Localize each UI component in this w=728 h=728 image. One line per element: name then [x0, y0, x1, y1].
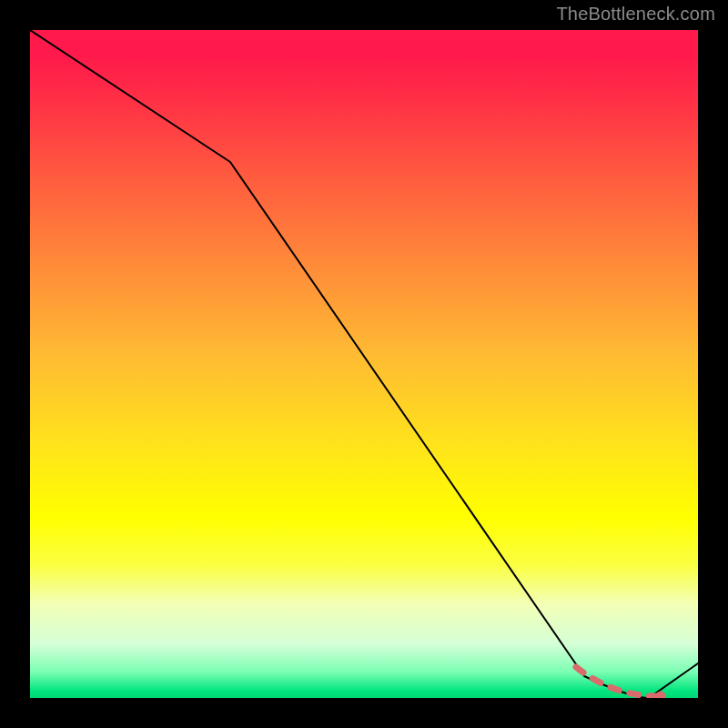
watermark-text: TheBottleneck.com	[556, 4, 715, 25]
chart-stage: TheBottleneck.com	[0, 0, 728, 728]
chart-svg	[30, 30, 698, 698]
plot-area	[30, 30, 698, 698]
bottleneck-curve-line	[30, 30, 698, 698]
highlight-dashed-segment	[576, 667, 658, 696]
